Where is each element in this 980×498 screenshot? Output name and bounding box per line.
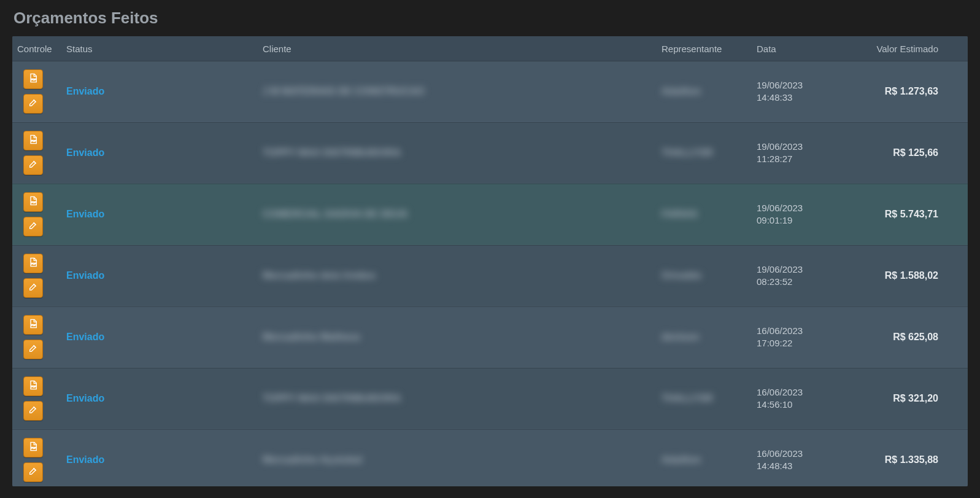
- edit-button[interactable]: [23, 340, 43, 359]
- representante-cell: FARIAS: [662, 209, 698, 220]
- cliente-cell: TOPPY MAX DISTRIBUIDORA: [263, 393, 401, 404]
- edit-button[interactable]: [23, 462, 43, 482]
- svg-text:PDF: PDF: [31, 262, 37, 265]
- pdf-icon: PDF: [28, 319, 38, 331]
- status-badge: Enviado: [66, 270, 104, 281]
- valor-cell: R$ 321,20: [893, 393, 938, 403]
- edit-icon: [28, 220, 38, 233]
- valor-cell: R$ 1.335,88: [885, 454, 938, 465]
- representante-cell: Adailton: [662, 454, 701, 465]
- table-header: Controle Status Cliente Representante Da…: [12, 36, 968, 61]
- pdf-button[interactable]: PDF: [23, 438, 43, 457]
- svg-text:PDF: PDF: [31, 201, 37, 204]
- svg-text:PDF: PDF: [31, 385, 37, 388]
- valor-cell: R$ 125,66: [893, 147, 938, 158]
- valor-cell: R$ 1.273,63: [885, 86, 938, 96]
- pdf-icon: PDF: [28, 380, 38, 392]
- edit-button[interactable]: [23, 217, 43, 236]
- pdf-button[interactable]: PDF: [23, 192, 43, 212]
- data-cell: 16/06/2023 14:56:10: [752, 386, 850, 411]
- table-row: PDF Enviado J M MATERIAIS DE CONSTRUCAO …: [12, 61, 968, 122]
- edit-button[interactable]: [23, 94, 43, 114]
- cliente-cell: Mercadinho Açutubal: [263, 454, 362, 465]
- status-badge: Enviado: [66, 332, 104, 342]
- data-cell: 16/06/2023 14:48:43: [752, 448, 850, 473]
- cliente-cell: Mercadinho Matheus: [263, 332, 360, 343]
- cliente-cell: TOPPY MAX DISTRIBUIDORA: [263, 147, 401, 158]
- valor-cell: R$ 5.743,71: [885, 209, 938, 219]
- representante-cell: Orivaldo: [662, 270, 701, 281]
- edit-icon: [28, 159, 38, 171]
- data-cell: 19/06/2023 14:48:33: [752, 79, 850, 104]
- representante-cell: denison: [662, 332, 699, 343]
- edit-button[interactable]: [23, 278, 43, 298]
- pdf-icon: PDF: [28, 134, 38, 147]
- svg-text:PDF: PDF: [31, 78, 37, 81]
- representante-cell: Adailton: [662, 86, 701, 97]
- edit-icon: [28, 282, 38, 294]
- pdf-button[interactable]: PDF: [23, 69, 43, 89]
- pdf-button[interactable]: PDF: [23, 131, 43, 150]
- svg-text:PDF: PDF: [31, 446, 37, 449]
- page-title: Orçamentos Feitos: [14, 9, 968, 28]
- table-row: PDF Enviado Mercadinho Matheus denison 1…: [12, 306, 968, 368]
- status-badge: Enviado: [66, 147, 104, 158]
- status-badge: Enviado: [66, 209, 104, 219]
- col-header-valor: Valor Estimado: [850, 44, 954, 54]
- edit-icon: [28, 405, 38, 417]
- table-row: PDF Enviado Mercadinho dois Irmãos Oriva…: [12, 245, 968, 306]
- pdf-icon: PDF: [28, 73, 38, 85]
- table-row: PDF Enviado TOPPY MAX DISTRIBUIDORA THAL…: [12, 368, 968, 429]
- cliente-cell: COMERCIAL DADIVA DE DEUS: [263, 209, 407, 220]
- status-badge: Enviado: [66, 454, 104, 465]
- table-row: PDF Enviado Mercadinho Açutubal Adailton…: [12, 429, 968, 486]
- pdf-icon: PDF: [28, 196, 38, 208]
- cliente-cell: J M MATERIAIS DE CONSTRUCAO: [263, 86, 425, 97]
- table-row: PDF Enviado COMERCIAL DADIVA DE DEUS FAR…: [12, 184, 968, 245]
- col-header-controle: Controle: [12, 44, 61, 54]
- pdf-button[interactable]: PDF: [23, 376, 43, 396]
- valor-cell: R$ 625,08: [893, 332, 938, 342]
- pdf-icon: PDF: [28, 442, 38, 454]
- svg-text:PDF: PDF: [31, 324, 37, 327]
- edit-icon: [28, 466, 38, 478]
- edit-icon: [28, 343, 38, 356]
- valor-cell: R$ 1.588,02: [885, 270, 938, 281]
- representante-cell: THALLYSR: [662, 393, 713, 404]
- pdf-button[interactable]: PDF: [23, 315, 43, 335]
- status-badge: Enviado: [66, 393, 104, 403]
- col-header-data: Data: [752, 44, 850, 54]
- data-cell: 19/06/2023 08:23:52: [752, 263, 850, 289]
- data-cell: 16/06/2023 17:09:22: [752, 325, 850, 350]
- data-cell: 19/06/2023 09:01:19: [752, 202, 850, 227]
- col-header-representante: Representante: [657, 44, 752, 54]
- col-header-status: Status: [61, 44, 258, 54]
- cliente-cell: Mercadinho dois Irmãos: [263, 270, 376, 281]
- status-badge: Enviado: [66, 86, 104, 96]
- quotes-table: Controle Status Cliente Representante Da…: [12, 36, 968, 486]
- edit-button[interactable]: [23, 401, 43, 421]
- table-body: PDF Enviado J M MATERIAIS DE CONSTRUCAO …: [12, 61, 968, 486]
- pdf-button[interactable]: PDF: [23, 254, 43, 273]
- pdf-icon: PDF: [28, 257, 38, 270]
- table-row: PDF Enviado TOPPY MAX DISTRIBUIDORA THAL…: [12, 122, 968, 184]
- representante-cell: THALLYSR: [662, 147, 713, 158]
- data-cell: 19/06/2023 11:28:27: [752, 141, 850, 166]
- col-header-cliente: Cliente: [258, 44, 657, 54]
- svg-text:PDF: PDF: [31, 139, 37, 142]
- edit-icon: [28, 98, 38, 110]
- edit-button[interactable]: [23, 155, 43, 175]
